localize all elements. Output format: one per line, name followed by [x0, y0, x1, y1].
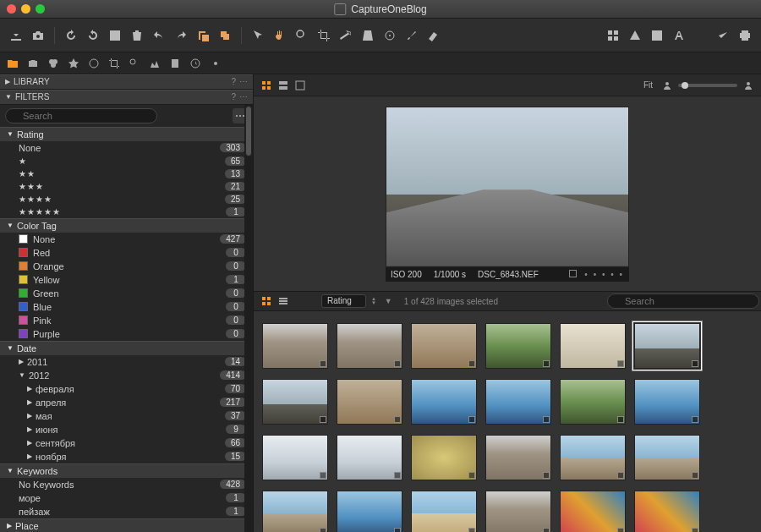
capture-tab-icon[interactable]	[27, 58, 39, 69]
filter-row[interactable]: пейзаж1	[0, 505, 253, 518]
filter-row[interactable]: ▶июня9	[0, 423, 253, 436]
rotate-right-icon[interactable]	[85, 28, 101, 43]
thumbnail[interactable]	[262, 379, 328, 425]
filter-section-head[interactable]: ▼Keywords	[0, 463, 253, 478]
thumbnail[interactable]	[485, 435, 551, 480]
filter-row[interactable]: ★★★★25	[0, 193, 253, 206]
filter-section-head[interactable]: ▼Date	[0, 341, 253, 355]
filter-row[interactable]: Red0	[0, 246, 253, 260]
preview-image[interactable]	[386, 107, 629, 267]
minimize-window-button[interactable]	[21, 4, 30, 14]
cursor-tool-icon[interactable]	[107, 28, 123, 43]
sort-direction[interactable]: ▲▼	[371, 297, 376, 305]
help-icon[interactable]: ?	[231, 92, 236, 101]
filter-row[interactable]: ★65	[0, 155, 253, 167]
thumbnail[interactable]	[560, 379, 626, 425]
color-tab-icon[interactable]	[47, 58, 59, 69]
output-tab-icon[interactable]	[189, 58, 201, 69]
thumbnail[interactable]	[560, 435, 626, 480]
filter-row[interactable]: Purple0	[0, 327, 253, 341]
filter-row[interactable]: ▶апреля217	[0, 396, 253, 409]
adjustments-tab-icon[interactable]	[149, 58, 161, 69]
filter-row[interactable]: ▶201114	[0, 355, 253, 369]
thumbnail[interactable]	[485, 491, 551, 532]
thumbnail[interactable]	[634, 491, 700, 532]
browser-filmstrip-icon[interactable]	[294, 295, 306, 307]
apply-adjustments-icon[interactable]	[217, 28, 233, 43]
thumbnail[interactable]	[262, 323, 328, 369]
view-grid-icon[interactable]	[260, 80, 272, 91]
sort-select[interactable]: Rating	[321, 294, 366, 308]
filters-panel-header[interactable]: ▼ FILTERS ? ⋯	[0, 90, 253, 105]
filter-section-head[interactable]: ▼Color Tag	[0, 218, 253, 233]
browser-search-input[interactable]	[607, 293, 759, 309]
filter-row[interactable]: None303	[0, 141, 253, 155]
spot-icon[interactable]	[382, 28, 397, 43]
thumbnail[interactable]	[337, 379, 402, 425]
capture-icon[interactable]	[30, 28, 46, 43]
library-panel-header[interactable]: ▶ LIBRARY ? ⋯	[0, 74, 253, 90]
filter-row[interactable]: Pink0	[0, 314, 253, 327]
lens-tab-icon[interactable]	[88, 58, 100, 69]
rotate-left-icon[interactable]	[63, 28, 79, 43]
thumbnail[interactable]	[337, 323, 402, 369]
brush-icon[interactable]	[404, 28, 419, 43]
warning-icon[interactable]	[627, 28, 643, 43]
details-tab-icon[interactable]	[129, 58, 140, 69]
thumbnail[interactable]	[560, 491, 626, 532]
trash-icon[interactable]	[129, 28, 145, 43]
keystone-icon[interactable]	[360, 28, 375, 43]
search-input[interactable]	[5, 108, 157, 123]
thumbnail[interactable]	[337, 491, 402, 532]
sort-desc-icon[interactable]: ▼	[385, 297, 392, 305]
annotation-icon[interactable]	[671, 28, 687, 43]
pointer-icon[interactable]	[250, 28, 266, 43]
guides-icon[interactable]	[649, 28, 665, 43]
filter-row[interactable]: ▶ноября15	[0, 450, 253, 463]
filter-row[interactable]: Green0	[0, 287, 253, 300]
view-single-icon[interactable]	[294, 80, 306, 91]
eraser-icon[interactable]	[426, 28, 441, 43]
copy-adjustments-icon[interactable]	[195, 28, 211, 43]
filter-section-head[interactable]: ▼Rating	[0, 127, 253, 141]
browser-grid-icon[interactable]	[260, 295, 272, 307]
thumbnail[interactable]	[411, 491, 477, 532]
close-window-button[interactable]	[7, 4, 16, 14]
filter-row[interactable]: ▼2012414	[0, 369, 253, 382]
sidebar-scrollbar[interactable]	[244, 105, 253, 532]
undo-icon[interactable]	[151, 28, 167, 43]
view-split-icon[interactable]	[277, 80, 289, 91]
thumbnail[interactable]	[262, 491, 328, 532]
filter-row[interactable]: ▶февраля70	[0, 382, 253, 396]
filter-row[interactable]: Yellow1	[0, 273, 253, 287]
zoom-window-button[interactable]	[36, 4, 45, 14]
redo-icon[interactable]	[173, 28, 189, 43]
straighten-icon[interactable]	[338, 28, 353, 43]
thumbnail[interactable]	[262, 435, 328, 480]
filter-row[interactable]: ▶мая37	[0, 409, 253, 423]
filter-row[interactable]: Blue0	[0, 300, 253, 314]
filter-row[interactable]: ▶сентября66	[0, 436, 253, 450]
thumbnail[interactable]	[485, 379, 551, 425]
thumbnail[interactable]	[411, 379, 477, 425]
thumbnail[interactable]	[485, 323, 551, 369]
zoom-person-icon[interactable]	[661, 80, 673, 91]
thumbnail[interactable]	[634, 323, 700, 369]
check-icon[interactable]	[715, 28, 731, 43]
library-tab-icon[interactable]	[7, 58, 19, 69]
import-icon[interactable]	[8, 28, 24, 43]
filter-row[interactable]: ★★★★★1	[0, 206, 253, 218]
arrow-up-icon[interactable]	[693, 28, 709, 43]
thumbnail[interactable]	[337, 435, 402, 480]
filter-row[interactable]: море1	[0, 491, 253, 505]
thumbnail[interactable]	[411, 323, 477, 369]
exposure-tab-icon[interactable]	[68, 58, 79, 69]
crop-tab-icon[interactable]	[108, 58, 120, 69]
thumbnail[interactable]	[634, 379, 700, 425]
help-icon[interactable]: ?	[231, 77, 236, 86]
settings-tab-icon[interactable]	[210, 58, 222, 69]
grid-icon[interactable]	[605, 28, 621, 43]
thumbnail[interactable]	[634, 435, 700, 480]
crop-icon[interactable]	[316, 28, 331, 43]
filter-section-head[interactable]: ▶Place	[0, 518, 253, 532]
